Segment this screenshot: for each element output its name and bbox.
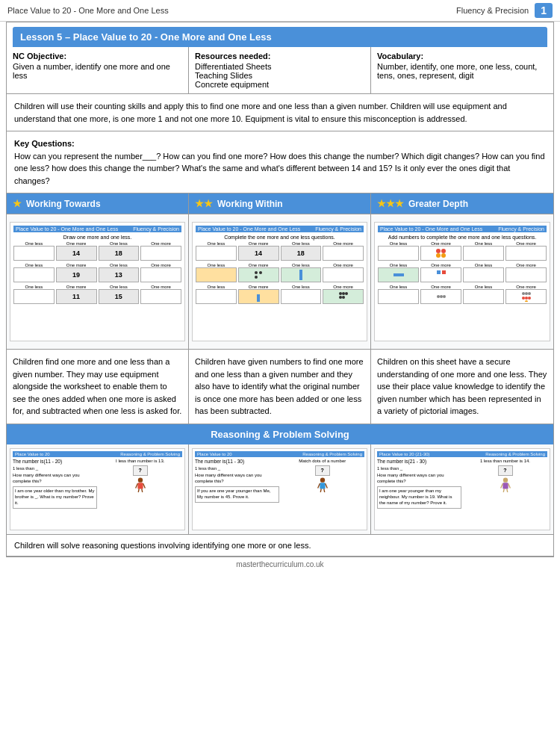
svg-point-18 [440, 295, 443, 298]
rps-right-2: Match dots of a number ? [281, 459, 365, 504]
rps-right-1: I less than number is 13. ? [99, 459, 183, 510]
ws-cell-1: Place Value to 20 - One More and One Les… [7, 214, 189, 349]
working-within-label: Working Within [217, 199, 283, 209]
vocabulary-cell: Vocabulary: Number, identify, one more, … [371, 47, 553, 93]
working-towards-desc: Children find one more and one less than… [13, 357, 181, 415]
svg-point-27 [138, 477, 143, 482]
svg-rect-4 [257, 294, 260, 302]
nc-objective-text: Given a number, identify one more and on… [13, 62, 182, 80]
rps-preview-title-3: Place Value to 20 (21-30) Reasoning & Pr… [377, 451, 547, 457]
key-questions-label: Key Questions: [14, 139, 75, 148]
svg-point-2 [255, 276, 258, 279]
ws-row-3-1: One less One more One l [378, 241, 547, 261]
ws-preview-2: Place Value to 20 - One More and One Les… [192, 222, 367, 341]
svg-point-19 [443, 295, 446, 298]
ws-row-3: One less One more11 One less15 One more [13, 285, 181, 304]
svg-point-6 [342, 292, 345, 295]
svg-point-23 [522, 297, 525, 300]
rps-left-2: The number is(11 - 30) 1 less than _ How… [195, 459, 279, 504]
svg-rect-34 [320, 483, 325, 489]
rps-cell-1: Place Value to 20 Reasoning & Problem So… [7, 444, 189, 534]
bottom-desc: Children will solve reasoning questions … [7, 535, 553, 557]
svg-rect-40 [503, 483, 508, 489]
lesson-title-bar: Lesson 5 – Place Value to 20 - One More … [13, 27, 547, 47]
ws-row-2-1: One less One more14 One less18 One more [196, 241, 364, 261]
star-3: ★★★ [377, 198, 404, 209]
ws-instruction-3: Add numbers to complete the one more and… [378, 235, 547, 240]
svg-rect-15 [437, 270, 441, 274]
main-box: Lesson 5 – Place Value to 20 - One More … [6, 22, 554, 557]
rps-preview-1: Place Value to 20 Reasoning & Problem So… [10, 448, 185, 530]
ws-instruction-2: Complete the one more and one less quest… [196, 235, 364, 240]
svg-line-29 [135, 483, 137, 488]
header-right: Fluency & Precision 1 [456, 3, 553, 18]
nc-objective-cell: NC Objective: Given a number, identify o… [7, 47, 189, 93]
ws-row-2: One less One more19 One less13 One more [13, 263, 181, 282]
svg-point-25 [528, 297, 531, 300]
header-page-number: 1 [535, 3, 553, 18]
rps-preview-3: Place Value to 20 (21-30) Reasoning & Pr… [374, 448, 550, 530]
three-col-header: ★ Working Towards ★★ Working Within ★★★ … [7, 193, 553, 214]
rps-body-2: The number is(11 - 30) 1 less than _ How… [195, 459, 364, 504]
col-header-greater-depth: ★★★ Greater Depth [371, 193, 553, 214]
svg-line-32 [142, 489, 143, 492]
resources-cell: Resources needed: Differentiated Sheets … [189, 47, 371, 93]
nc-objective-label: NC Objective: [13, 52, 182, 61]
svg-line-35 [317, 483, 320, 488]
key-questions-block: Key Questions: How can you represent the… [7, 131, 553, 193]
ws-preview-1: Place Value to 20 - One More and One Les… [10, 222, 185, 341]
svg-line-31 [138, 489, 139, 492]
svg-point-26 [525, 300, 528, 302]
svg-line-43 [503, 489, 504, 492]
ws-cell-2: Place Value to 20 - One More and One Les… [189, 214, 371, 349]
svg-point-0 [255, 271, 258, 274]
svg-point-39 [503, 477, 507, 482]
rps-body-1: The number is(11 - 20) 1 less than _ How… [13, 459, 182, 510]
rps-content: Place Value to 20 Reasoning & Problem So… [7, 444, 553, 535]
svg-rect-28 [137, 483, 143, 489]
rps-cell-2: Place Value to 20 Reasoning & Problem So… [189, 444, 371, 534]
ws-row-2-3: One less One more One less One more [196, 285, 364, 304]
description-text: Children will use their counting skills … [14, 102, 507, 123]
rps-body-3: The number is(21 - 30) 1 less than _ How… [377, 459, 547, 510]
svg-point-22 [528, 292, 531, 295]
svg-point-9 [342, 296, 345, 299]
vocabulary-text: Number, identify, one more, one less, co… [377, 62, 547, 80]
description-block: Children will use their counting skills … [7, 94, 553, 131]
star-1: ★ [13, 198, 22, 209]
rps-title: Reasoning & Problem Solving [211, 429, 349, 440]
ws-preview-title-2: Place Value to 20 - One More and One Les… [196, 226, 364, 232]
resources-label: Resources needed: [195, 52, 364, 61]
resource-2: Teaching Slides [195, 71, 364, 80]
rps-number-box-1: ? [133, 465, 148, 476]
svg-point-7 [345, 292, 348, 295]
svg-point-10 [436, 249, 441, 253]
ws-cell-3: Place Value to 20 - One More and One Les… [371, 214, 553, 349]
rps-number-box-2: ? [315, 465, 330, 476]
svg-line-30 [143, 483, 145, 488]
svg-point-20 [522, 292, 525, 295]
vocabulary-label: Vocabulary: [377, 52, 547, 61]
worksheet-previews: Place Value to 20 - One More and One Les… [7, 214, 553, 350]
desc-cell-3: Children on this sheet have a secure und… [371, 350, 553, 424]
svg-point-5 [339, 292, 342, 295]
page: Place Value to 20 - One More and One Les… [0, 0, 560, 747]
svg-point-11 [441, 249, 446, 253]
rps-right-3: 1 less than number is 14. ? [463, 459, 547, 510]
rps-header: Reasoning & Problem Solving [7, 424, 553, 444]
working-within-desc: Children have given numbers to find one … [195, 357, 364, 415]
working-towards-label: Working Towards [26, 199, 101, 209]
svg-rect-16 [442, 270, 446, 274]
desc-cell-2: Children have given numbers to find one … [189, 350, 371, 424]
rps-description: Children will solve reasoning questions … [14, 541, 311, 550]
greater-depth-desc: Children on this sheet have a secure und… [377, 357, 547, 415]
svg-line-42 [508, 483, 510, 488]
svg-point-1 [259, 271, 262, 274]
footer-url: masterthecurriculum.co.uk [236, 560, 323, 568]
rps-preview-2: Place Value to 20 Reasoning & Problem So… [192, 448, 367, 530]
svg-point-17 [437, 295, 440, 298]
svg-point-13 [441, 253, 446, 258]
svg-rect-14 [393, 273, 404, 276]
svg-point-24 [525, 297, 528, 300]
svg-line-41 [500, 483, 503, 488]
